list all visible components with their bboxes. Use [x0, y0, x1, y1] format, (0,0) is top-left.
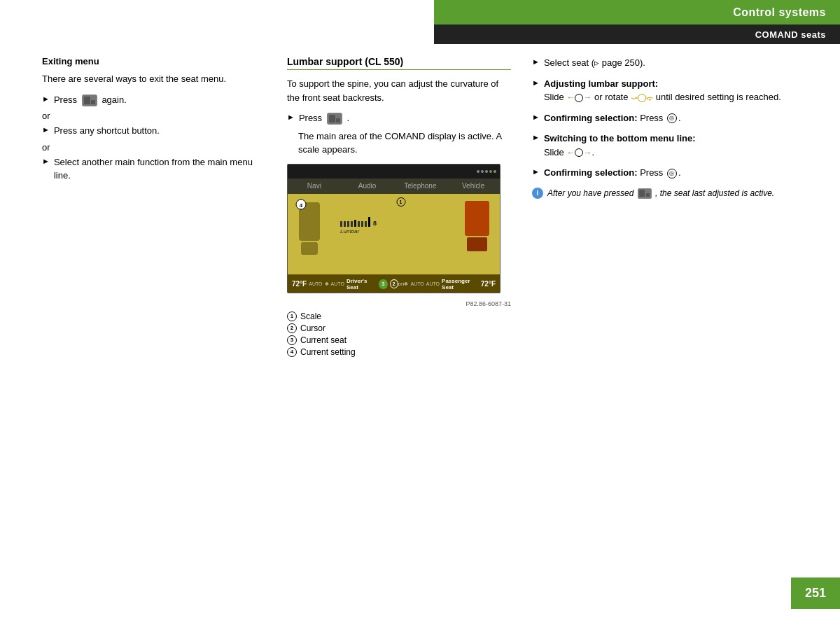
header-green: Control systems — [434, 0, 840, 24]
passenger-auto2: AUTO — [426, 281, 440, 286]
confirm-knob-1: ◎ — [667, 113, 677, 123]
dot-2 — [481, 170, 484, 173]
nav-audio: Audio — [341, 182, 394, 190]
info-text: After you have pressed , the seat last a… — [547, 187, 774, 200]
passenger-temp: 72°F — [481, 280, 496, 288]
confirm-knob-2: ◎ — [667, 169, 677, 178]
right-bullet-3: ► Confirming selection: Press ◎. — [532, 111, 798, 125]
seat-button-icon-1 — [82, 94, 97, 106]
legend-3: 3 Current seat — [287, 335, 511, 345]
exiting-menu-intro: There are several ways to exit the seat … — [42, 72, 266, 86]
right-bullet-5: ► Confirming selection: Press ◎. — [532, 166, 798, 180]
bullet1-text: Press again. — [54, 93, 127, 107]
passenger-auto1: AUTO — [410, 281, 424, 286]
slide-right-arrow-2: → — [583, 148, 592, 158]
comand-caption: P82.86-6087-31 — [287, 300, 511, 307]
or-text-1: or — [42, 111, 266, 121]
middle-column: Lumbar support (CL 550) To support the s… — [287, 56, 511, 588]
switch-label: Switching to the bottom menu line: — [544, 133, 696, 144]
bullet-press-again: ► Press again. — [42, 93, 266, 107]
slide-left-arrow: ← — [566, 92, 575, 102]
exiting-menu-title: Exiting menu — [42, 56, 266, 66]
right-text-5: Confirming selection: Press ◎. — [544, 166, 681, 180]
slide-right-arrow: → — [583, 92, 592, 102]
passenger-section: ❄ AUTO AUTO Passenger Seat 72°F — [404, 278, 496, 290]
svg-rect-4 — [329, 115, 335, 122]
or-text-2: or — [42, 142, 266, 153]
svg-text:4: 4 — [299, 202, 302, 209]
info-icon: i — [532, 188, 543, 199]
right-arrow-4: ► — [532, 133, 540, 141]
knob-icon-3 — [575, 148, 583, 157]
scale-ticks: 8 — [340, 217, 461, 227]
dot-4 — [489, 170, 492, 173]
right-bullet-1: ► Select seat (▹ page 250). — [532, 56, 798, 70]
rotate-icon: ⤻⤽ — [631, 92, 653, 104]
passenger-snowflake: ❄ — [404, 281, 408, 287]
nav-navi: Navi — [288, 182, 341, 190]
comand-bottombar: 72°F AUTO ❄ AUTO Driver's Seat 3 2 on ❄ … — [288, 274, 500, 293]
header-dark: COMAND seats — [434, 24, 840, 44]
legend-1: 1 Scale — [287, 312, 511, 321]
right-text-4: Switching to the bottom menu line: Slide… — [544, 132, 696, 159]
svg-rect-1 — [84, 97, 90, 104]
bullet-shortcut: ► Press any shortcut button. — [42, 124, 266, 138]
comand-main-area: 4 1 — [288, 194, 500, 274]
dot-5 — [493, 170, 496, 173]
seat-graphic: 4 — [293, 197, 332, 271]
legend-label-3: Current seat — [300, 335, 346, 345]
scale-badge-1: 1 — [396, 197, 405, 206]
slide-left-arrow-2: ← — [566, 148, 575, 158]
nav-vehicle: Vehicle — [447, 182, 500, 190]
driver-snowflake: ❄ — [325, 281, 329, 287]
legend-label-1: Scale — [300, 312, 321, 321]
driver-auto2: AUTO — [331, 281, 344, 286]
header-bar: Control systems COMAND seats — [434, 0, 840, 35]
legend-list: 1 Scale 2 Cursor 3 Current seat 4 Curren… — [287, 312, 511, 357]
right-text-2: Adjusting lumbar support: Slide ←→ or ro… — [544, 77, 781, 104]
press-text: Press . — [299, 111, 349, 125]
driver-seat-label: Driver's Seat — [346, 278, 377, 290]
right-arrow-2: ► — [532, 78, 540, 87]
arrow-icon-2: ► — [42, 125, 50, 134]
main-content: Exiting menu There are several ways to e… — [42, 56, 798, 588]
right-text-1: Select seat (▹ page 250). — [544, 56, 645, 70]
display-desc: The main area of the COMAND display is a… — [298, 130, 511, 157]
seat-button-icon-info — [638, 188, 652, 199]
scale-area: 1 8 Lumbar — [340, 211, 461, 234]
legend-circle-1: 1 — [287, 312, 297, 321]
lumbar-intro: To support the spine, you can adjust the… — [287, 77, 511, 104]
confirm-label-2: Confirming selection: — [544, 167, 638, 178]
page-number: 251 — [791, 578, 840, 609]
svg-rect-7 — [301, 242, 318, 255]
press-bullet: ► Press . — [287, 111, 511, 125]
seat-thumbnail — [461, 197, 496, 271]
knob-icon-1 — [575, 94, 583, 102]
dot-1 — [477, 170, 479, 173]
on-label: on — [398, 281, 405, 287]
legend-circle-4: 4 — [287, 347, 297, 357]
arrow-icon-3: ► — [42, 157, 50, 165]
svg-rect-2 — [91, 100, 95, 104]
svg-rect-13 — [639, 190, 645, 197]
legend-circle-3: 3 — [287, 335, 297, 345]
legend-label-4: Current setting — [300, 347, 356, 357]
badge-2: 2 — [390, 279, 398, 288]
comand-topbar — [288, 164, 500, 178]
subsection-title: COMAND seats — [755, 29, 826, 40]
adjust-label: Adjusting lumbar support: — [544, 78, 658, 89]
dot-3 — [485, 170, 488, 173]
comand-display: Navi Audio Telephone Vehicle 4 — [287, 164, 500, 293]
knob-icon-2 — [638, 94, 646, 102]
right-arrow-5: ► — [532, 167, 540, 176]
legend-4: 4 Current setting — [287, 347, 511, 357]
driver-temp: 72°F — [292, 280, 307, 288]
arrow-icon-1: ► — [42, 94, 50, 103]
lumbar-label: Lumbar — [340, 228, 461, 234]
legend-label-2: Cursor — [300, 323, 326, 333]
bullet2-text: Press any shortcut button. — [54, 124, 160, 138]
driver-auto1: AUTO — [309, 281, 322, 286]
arrow-icon-press: ► — [287, 113, 295, 121]
svg-rect-10 — [465, 201, 489, 236]
section-title: Control systems — [733, 6, 826, 19]
